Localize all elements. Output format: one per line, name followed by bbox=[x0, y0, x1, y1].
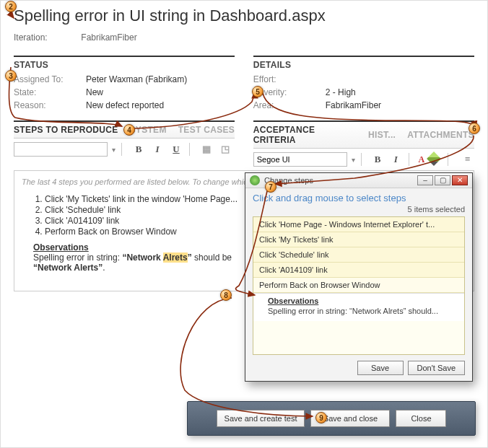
image-button[interactable]: ▦ bbox=[199, 142, 214, 157]
state-label: State: bbox=[14, 87, 86, 97]
tab-attachments[interactable]: ATTACHMENTS bbox=[407, 130, 474, 140]
italic-button-right[interactable]: I bbox=[389, 152, 403, 167]
reason-value[interactable]: New defect reported bbox=[86, 100, 164, 110]
tab-system[interactable]: SYSTEM bbox=[130, 125, 167, 135]
area-value[interactable]: FabrikamFiber bbox=[326, 100, 381, 110]
highlight-button[interactable] bbox=[429, 154, 439, 166]
page-title: Spelling error in UI string in Dashboard… bbox=[14, 6, 474, 25]
status-header: STATUS bbox=[14, 56, 235, 70]
bold-button-right[interactable]: B bbox=[371, 152, 385, 167]
font-select-left[interactable] bbox=[14, 142, 108, 157]
step-row[interactable]: Click 'A014109' link bbox=[253, 263, 464, 278]
tabs-right: ACCEPTANCE CRITERIA HIST... ATTACHMENTS bbox=[253, 120, 474, 149]
tab-acceptance-criteria[interactable]: ACCEPTANCE CRITERIA bbox=[253, 125, 357, 145]
italic-button[interactable]: I bbox=[150, 142, 165, 157]
close-window-button[interactable]: ✕ bbox=[452, 175, 468, 185]
step-row[interactable]: Click 'Schedule' link bbox=[253, 247, 464, 263]
callout-4: 4 bbox=[123, 124, 135, 136]
maximize-button[interactable]: ▢ bbox=[435, 175, 450, 185]
selection-count: 5 items selected bbox=[253, 205, 465, 214]
details-header: DETAILS bbox=[253, 56, 474, 70]
dialog-dont-save-button[interactable]: Don't Save bbox=[408, 361, 465, 375]
bottom-action-bar: Save and create test Save and close Clos… bbox=[187, 401, 476, 436]
tab-history[interactable]: HIST... bbox=[368, 130, 396, 140]
assigned-to-label: Assigned To: bbox=[14, 74, 86, 84]
callout-5: 5 bbox=[252, 86, 263, 97]
font-select-right[interactable] bbox=[253, 152, 347, 167]
save-and-create-test-button[interactable]: Save and create test bbox=[217, 410, 305, 427]
dialog-save-button[interactable]: Save bbox=[357, 361, 404, 375]
tab-test-cases[interactable]: TEST CASES bbox=[178, 125, 235, 135]
area-label: Area: bbox=[253, 100, 326, 110]
step-observations: Observations Spelling error in string: “… bbox=[253, 293, 464, 321]
dialog-titlebar[interactable]: Change steps – ▢ ✕ bbox=[245, 173, 472, 188]
step-row[interactable]: Click 'My Tickets' link bbox=[253, 232, 464, 247]
iteration-value: FabrikamFiber bbox=[81, 32, 136, 43]
underline-button[interactable]: U bbox=[169, 142, 183, 157]
list-button[interactable]: ≡ bbox=[461, 152, 474, 167]
bold-button[interactable]: B bbox=[131, 142, 146, 157]
change-steps-dialog[interactable]: Change steps – ▢ ✕ Click and drag mouse … bbox=[245, 172, 473, 382]
severity-label: Severity: bbox=[253, 87, 326, 97]
toolbar-right: ▾ B I A ≡ bbox=[253, 149, 474, 170]
iteration-row: Iteration: FabrikamFiber bbox=[14, 32, 474, 43]
dialog-icon bbox=[250, 175, 260, 185]
step-row[interactable]: Perform Back on Browser Window bbox=[253, 278, 464, 293]
callout-3: 3 bbox=[5, 70, 17, 82]
toolbar-left: ▾ B I U ▦ ◳ bbox=[14, 139, 235, 160]
close-button[interactable]: Close bbox=[396, 410, 446, 427]
minimize-button[interactable]: – bbox=[417, 175, 433, 185]
attach-button[interactable]: ◳ bbox=[218, 142, 232, 157]
iteration-label: Iteration: bbox=[14, 32, 79, 43]
callout-7: 7 bbox=[265, 181, 276, 193]
step-row[interactable]: Click 'Home Page - Windows Internet Expl… bbox=[253, 217, 464, 232]
assigned-to-value[interactable]: Peter Waxman (Fabrikam) bbox=[86, 74, 187, 84]
callout-8: 8 bbox=[220, 289, 232, 301]
callout-9: 9 bbox=[315, 412, 327, 423]
reason-label: Reason: bbox=[14, 100, 86, 110]
severity-value[interactable]: 2 - High bbox=[326, 87, 356, 97]
dialog-instruction: Click and drag mouse to select steps bbox=[253, 193, 465, 203]
font-color-button[interactable]: A bbox=[418, 154, 424, 165]
effort-label: Effort: bbox=[253, 74, 326, 84]
state-value[interactable]: New bbox=[86, 87, 103, 97]
tab-steps-to-reproduce[interactable]: STEPS TO REPRODUCE bbox=[14, 125, 118, 135]
callout-2: 2 bbox=[5, 1, 17, 12]
callout-6: 6 bbox=[469, 123, 480, 134]
steps-selection-list[interactable]: Click 'Home Page - Windows Internet Expl… bbox=[253, 216, 465, 355]
